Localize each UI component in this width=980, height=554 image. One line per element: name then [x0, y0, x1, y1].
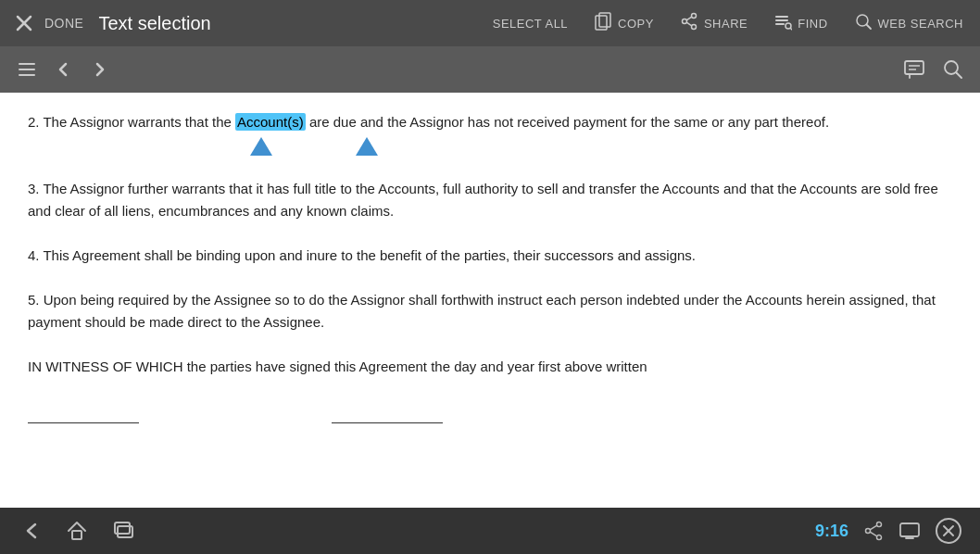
svg-rect-9	[775, 16, 788, 18]
share-button[interactable]: SHARE	[674, 8, 753, 38]
svg-line-13	[791, 29, 793, 31]
selection-handle-right	[356, 137, 378, 156]
find-button[interactable]: FIND	[768, 8, 833, 38]
svg-line-8	[686, 22, 692, 26]
secondary-left	[11, 53, 891, 86]
svg-rect-16	[19, 63, 35, 65]
toolbar-title: Text selection	[98, 13, 210, 34]
svg-point-28	[877, 535, 882, 540]
done-label: DONE	[44, 16, 83, 31]
web-search-icon	[854, 12, 873, 34]
back-button[interactable]	[46, 53, 80, 86]
signature-area	[28, 400, 952, 423]
selection-handles	[250, 137, 952, 156]
find-icon	[773, 12, 792, 34]
toolbar-left: DONE Text selection	[11, 10, 480, 36]
select-all-button[interactable]: SELECT ALL	[487, 13, 573, 34]
secondary-toolbar	[0, 46, 980, 93]
home-icon[interactable]	[65, 519, 89, 543]
svg-line-23	[957, 73, 962, 79]
select-all-label: SELECT ALL	[493, 17, 568, 31]
copy-label: COPY	[618, 17, 654, 31]
web-search-button[interactable]: WEB SEARCH	[848, 8, 969, 38]
paragraph-4-text: 4. This Agreement shall be binding upon …	[28, 247, 696, 263]
paragraph-4: 4. This Agreement shall be binding upon …	[28, 245, 952, 267]
paragraph-2-prefix: 2. The Assignor warrants that the	[28, 114, 232, 130]
paragraph-2: 2. The Assignor warrants that the Accoun…	[28, 111, 952, 156]
svg-point-5	[691, 25, 696, 30]
bottom-nav-left	[19, 519, 815, 543]
selection-handle-left	[250, 137, 272, 156]
witness-paragraph: IN WITNESS OF WHICH the parties have sig…	[28, 356, 952, 378]
svg-point-6	[682, 19, 686, 24]
svg-point-4	[691, 14, 696, 19]
bottom-right: 9:16	[815, 518, 961, 544]
paragraph-3-text: 3. The Assignor further warrants that it…	[28, 181, 938, 219]
screen-icon[interactable]	[898, 520, 921, 542]
content-area: 2. The Assignor warrants that the Accoun…	[0, 93, 980, 508]
comment-icon[interactable]	[898, 54, 930, 85]
paragraph-5-text: 5. Upon being required by the Assignee s…	[28, 292, 936, 330]
svg-line-31	[870, 532, 877, 536]
top-toolbar: DONE Text selection SELECT ALL COPY	[0, 0, 980, 46]
copy-icon	[594, 12, 612, 34]
recents-icon[interactable]	[111, 519, 135, 543]
witness-text: IN WITNESS OF WHICH the parties have sig…	[28, 359, 647, 374]
signature-line-2	[332, 400, 443, 423]
svg-line-7	[686, 17, 692, 20]
toolbar-right: SELECT ALL COPY SHARE	[487, 8, 969, 38]
svg-rect-32	[900, 523, 919, 536]
svg-rect-17	[19, 69, 35, 70]
svg-rect-24	[72, 531, 82, 539]
svg-line-30	[870, 525, 877, 530]
back-nav-icon[interactable]	[19, 519, 43, 543]
svg-rect-11	[775, 23, 785, 25]
share-bottom-icon[interactable]	[863, 521, 884, 541]
svg-rect-18	[19, 74, 35, 76]
paragraph-5: 5. Upon being required by the Assignee s…	[28, 289, 952, 334]
share-label: SHARE	[704, 17, 748, 31]
search-toolbar-icon[interactable]	[937, 54, 969, 85]
find-label: FIND	[798, 17, 827, 31]
svg-point-27	[877, 523, 882, 527]
secondary-right	[898, 54, 969, 85]
signature-line-1	[28, 400, 139, 423]
time-display: 9:16	[815, 522, 848, 541]
svg-line-15	[866, 25, 871, 30]
paragraph-3: 3. The Assignor further warrants that it…	[28, 178, 952, 222]
highlighted-word: Account(s)	[235, 113, 306, 131]
forward-button[interactable]	[83, 53, 117, 86]
paragraph-2-suffix: are due and the Assignor has not receive…	[309, 114, 829, 130]
close-bottom-icon[interactable]	[936, 518, 961, 544]
svg-rect-19	[905, 61, 923, 74]
menu-icon[interactable]	[11, 54, 43, 85]
svg-point-29	[866, 529, 871, 534]
svg-rect-10	[775, 19, 788, 21]
share-icon	[680, 12, 698, 34]
bottom-bar: 9:16	[0, 508, 980, 554]
copy-button[interactable]: COPY	[588, 8, 660, 38]
close-button[interactable]	[11, 10, 37, 36]
web-search-label: WEB SEARCH	[878, 17, 963, 31]
